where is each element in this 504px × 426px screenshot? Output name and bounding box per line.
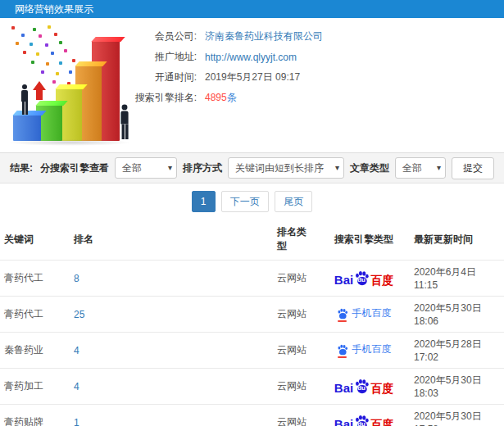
- sort-filter-value: 关键词由短到长排序: [235, 162, 324, 174]
- header-keyword: 关键词: [0, 219, 70, 261]
- promo-url-label: 推广地址:: [121, 50, 197, 64]
- chevron-down-icon: ▾: [335, 158, 339, 178]
- table-row: 膏药代工8云网站Baidu百度2020年6月4日 11:15: [0, 261, 504, 297]
- page-title: 网络营销效果展示: [15, 3, 93, 15]
- member-info-section: 会员公司: 济南秦鲁药业科技有限公司 推广地址: http://www.qlyy…: [0, 18, 504, 152]
- rank-link[interactable]: 4: [74, 381, 79, 392]
- bar-blue: [13, 115, 41, 141]
- rank-count-unit: 条: [227, 92, 237, 103]
- engine-cell: 手机百度: [318, 333, 410, 369]
- keyword-ranking-table: 关键词 排名 排名类型 搜索引擎类型 最新更新时间 膏药代工8云网站Baidu百…: [0, 219, 504, 426]
- page-title-bar: 网络营销效果展示: [0, 0, 504, 18]
- rank-count-row: 搜索引擎排名: 4895条: [121, 88, 465, 108]
- table-row: 膏药加工4云网站Baidu百度2020年5月30日 18:03: [0, 369, 504, 405]
- table-row: 膏药代工25云网站手机百度2020年5月30日 18:06: [0, 297, 504, 333]
- keyword-cell: 膏药代工: [0, 297, 70, 333]
- rank-type-cell: 云网站: [273, 333, 318, 369]
- article-type-label: 文章类型: [350, 161, 389, 175]
- rank-count-value: 4895: [205, 92, 227, 103]
- keyword-cell: 膏药加工: [0, 369, 70, 405]
- confetti-decoration: [11, 26, 15, 29]
- rank-link[interactable]: 4: [74, 345, 79, 356]
- chevron-down-icon: ▾: [437, 158, 441, 178]
- last-page-button[interactable]: 尾页: [275, 191, 312, 212]
- update-time-cell: 2020年6月4日 11:15: [410, 261, 504, 297]
- results-filter-bar: 结果: 分搜索引擎查看 全部 ▾ 排序方式 关键词由短到长排序 ▾ 文章类型 全…: [0, 152, 504, 184]
- results-label: 结果:: [10, 161, 33, 175]
- engine-cell: Baidu百度: [318, 405, 410, 426]
- page: 网络营销效果展示 会员公司: 济南秦鲁药业科技有限公司 推广: [0, 0, 504, 426]
- rank-link[interactable]: 8: [74, 273, 79, 284]
- rank-cell: 8: [70, 261, 273, 297]
- keyword-cell: 膏药代工: [0, 261, 70, 297]
- table-row: 膏药贴牌1云网站Baidu百度2020年5月30日 17:58: [0, 405, 504, 426]
- chevron-down-icon: ▾: [168, 158, 172, 178]
- update-time-cell: 2020年5月28日 17:02: [410, 333, 504, 369]
- baidu-mobile-underline: [338, 320, 347, 322]
- floor-shadow: [8, 139, 131, 146]
- engine-filter-select[interactable]: 全部 ▾: [115, 157, 177, 179]
- baidu-paw-icon: [337, 344, 348, 356]
- sort-filter-select[interactable]: 关键词由短到长排序 ▾: [228, 157, 344, 179]
- open-time-value: 2019年5月27日 09:17: [197, 70, 300, 84]
- table-row: 秦鲁药业4云网站手机百度2020年5月28日 17:02: [0, 333, 504, 369]
- baidu-mobile-logo: 手机百度: [337, 306, 392, 320]
- open-time-label: 开通时间:: [121, 70, 197, 84]
- promo-url-row: 推广地址: http://www.qlyyjt.com: [121, 47, 465, 67]
- update-time-cell: 2020年5月30日 18:03: [410, 369, 504, 405]
- engine-filter-value: 全部: [122, 162, 142, 174]
- table-header-row: 关键词 排名 排名类型 搜索引擎类型 最新更新时间: [0, 219, 504, 261]
- marketing-chart-illustration: [5, 23, 140, 146]
- update-time-cell: 2020年5月30日 18:06: [410, 297, 504, 333]
- growth-arrow-icon: [33, 81, 46, 90]
- promo-url-link[interactable]: http://www.qlyyjt.com: [205, 52, 297, 63]
- engine-cell: 手机百度: [318, 297, 410, 333]
- baidu-pc-logo: Baidu百度: [334, 415, 393, 426]
- engine-cell: Baidu百度: [318, 369, 410, 405]
- next-page-button[interactable]: 下一页: [221, 191, 269, 212]
- baidu-paw-icon: [337, 308, 348, 320]
- baidu-mobile-underline: [338, 356, 347, 358]
- page-1-button[interactable]: 1: [192, 191, 216, 212]
- company-label: 会员公司:: [121, 29, 197, 43]
- businessman-figure-left: [20, 84, 30, 115]
- engine-cell: Baidu百度: [318, 261, 410, 297]
- rank-cell: 4: [70, 369, 273, 405]
- baidu-pc-logo: Baidu百度: [334, 270, 393, 286]
- header-rank-type: 排名类型: [273, 219, 318, 261]
- update-time-cell: 2020年5月30日 17:58: [410, 405, 504, 426]
- open-time-row: 开通时间: 2019年5月27日 09:17: [121, 67, 465, 88]
- rank-type-cell: 云网站: [273, 369, 318, 405]
- businessman-figure-right: [119, 104, 130, 139]
- sort-filter-label: 排序方式: [183, 161, 222, 175]
- pagination: 1 下一页 尾页: [0, 184, 504, 219]
- engine-filter-label: 分搜索引擎查看: [40, 161, 109, 175]
- rank-link[interactable]: 1: [74, 417, 79, 426]
- table-body: 膏药代工8云网站Baidu百度2020年6月4日 11:15膏药代工25云网站手…: [0, 261, 504, 426]
- baidu-mobile-logo: 手机百度: [337, 342, 392, 356]
- rank-cell: 1: [70, 405, 273, 426]
- filter-group: 分搜索引擎查看 全部 ▾ 排序方式 关键词由短到长排序 ▾ 文章类型 全部 ▾ …: [40, 157, 494, 179]
- company-row: 会员公司: 济南秦鲁药业科技有限公司: [121, 26, 465, 47]
- keyword-cell: 秦鲁药业: [0, 333, 70, 369]
- rank-cell: 4: [70, 333, 273, 369]
- rank-link[interactable]: 25: [74, 309, 84, 320]
- rank-cell: 25: [70, 297, 273, 333]
- article-type-value: 全部: [402, 162, 422, 174]
- rank-type-cell: 云网站: [273, 297, 318, 333]
- baidu-pc-logo: Baidu百度: [334, 378, 393, 394]
- rank-count-label: 搜索引擎排名:: [121, 91, 197, 105]
- header-update-time: 最新更新时间: [410, 219, 504, 261]
- company-link[interactable]: 济南秦鲁药业科技有限公司: [205, 30, 323, 42]
- keyword-cell: 膏药贴牌: [0, 405, 70, 426]
- member-info-rows: 会员公司: 济南秦鲁药业科技有限公司 推广地址: http://www.qlyy…: [121, 26, 465, 108]
- rank-type-cell: 云网站: [273, 405, 318, 426]
- article-type-select[interactable]: 全部 ▾: [395, 157, 446, 179]
- header-engine-type: 搜索引擎类型: [318, 219, 410, 261]
- submit-button[interactable]: 提交: [452, 157, 494, 179]
- header-rank: 排名: [70, 219, 273, 261]
- rank-type-cell: 云网站: [273, 261, 318, 297]
